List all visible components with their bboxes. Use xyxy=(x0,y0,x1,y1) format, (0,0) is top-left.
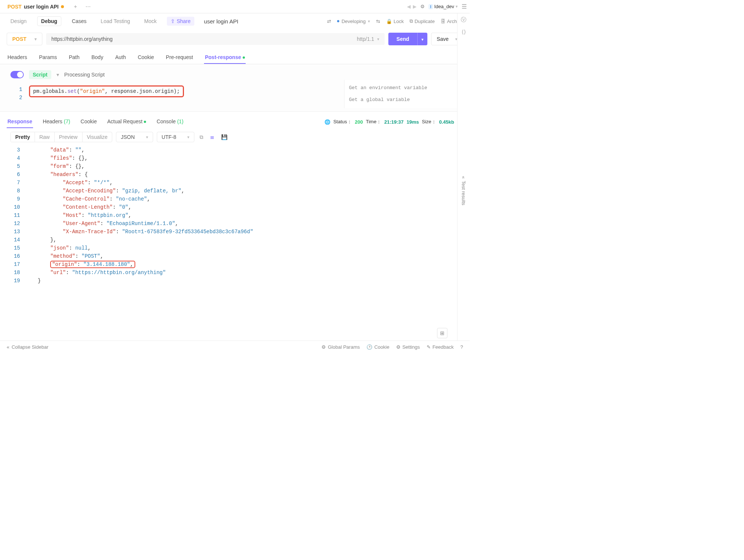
highlight-box: pm.globals.set("origin", response.json.o… xyxy=(29,85,184,97)
code-icon[interactable]: ⟨⟩ xyxy=(462,29,466,35)
url-input[interactable]: https://httpbin.org/anything http/1.1 ▾ xyxy=(46,33,385,45)
add-tab-button[interactable]: ＋ xyxy=(70,2,81,12)
sliders-icon: ⚙ xyxy=(321,344,326,350)
req-tab-body[interactable]: Body xyxy=(91,51,104,64)
gear-icon: ⚙ xyxy=(396,344,401,350)
resp-tab-cookie[interactable]: Cookie xyxy=(80,115,98,128)
copy-icon[interactable]: ⧉ xyxy=(198,133,205,142)
design-tab[interactable]: Design xyxy=(7,17,30,26)
filter-icon[interactable]: ⇄ xyxy=(327,19,331,24)
globe-icon: 🌐 xyxy=(324,119,330,125)
chevron-left-icon: « xyxy=(461,176,466,179)
view-pretty[interactable]: Pretty xyxy=(11,132,35,142)
duplicate-button[interactable]: ⧉Duplicate xyxy=(410,18,434,24)
environment-selector[interactable]: I Idea_dev ▾ xyxy=(428,4,458,9)
req-tab-prerequest[interactable]: Pre-request xyxy=(165,51,194,64)
status-selector[interactable]: Developing ▾ xyxy=(337,19,370,24)
feedback-icon: ✎ xyxy=(427,344,431,350)
json-response-body[interactable]: "data": "", "files": {}, "form": {}, "he… xyxy=(25,146,470,268)
env-letter-badge: I xyxy=(428,4,433,9)
tab-item[interactable]: POST user login API xyxy=(3,1,68,12)
view-preview[interactable]: Preview xyxy=(54,132,82,142)
global-params-button[interactable]: ⚙Global Params xyxy=(321,344,360,350)
cookie-button[interactable]: 🕑Cookie xyxy=(366,344,389,350)
req-tab-cookie[interactable]: Cookie xyxy=(137,51,155,64)
active-dot-icon xyxy=(144,121,146,123)
load-testing-tab[interactable]: Load Testing xyxy=(97,17,134,26)
script-editor[interactable]: pm.globals.set("origin", response.json.o… xyxy=(29,84,459,105)
response-size: 0.45kb xyxy=(439,119,454,125)
snippet-panel: Get an environment variable Get a global… xyxy=(344,80,463,108)
chevron-down-icon[interactable]: ▾ xyxy=(56,72,59,78)
status-dot-icon xyxy=(337,20,339,22)
api-name: user login API xyxy=(204,18,239,25)
active-dot-icon xyxy=(243,56,245,59)
chevron-down-icon: ▾ xyxy=(456,4,458,9)
req-tab-headers[interactable]: Headers xyxy=(7,51,28,64)
view-visualize[interactable]: Visualize xyxy=(82,132,112,142)
swap-icon[interactable]: ⇆ xyxy=(376,19,380,24)
resp-tab-actual[interactable]: Actual Request xyxy=(106,115,147,128)
chevron-down-icon: ▾ xyxy=(35,37,37,42)
share-button[interactable]: ⇪ Share xyxy=(167,17,194,26)
help-icon[interactable]: ? xyxy=(460,344,463,350)
chevron-down-icon: ▾ xyxy=(421,37,424,42)
gear-icon[interactable]: ⚙ xyxy=(420,4,425,9)
script-gutter: 1 2 xyxy=(10,84,29,105)
req-tab-postresponse[interactable]: Post-response xyxy=(204,51,245,64)
script-label: Processing Script xyxy=(64,72,105,78)
send-button[interactable]: Send xyxy=(388,33,417,45)
archive-icon: 🗄 xyxy=(441,19,446,24)
tab-method: POST xyxy=(7,4,22,10)
lock-button[interactable]: 🔒Lock xyxy=(386,19,404,24)
env-name: Idea_dev xyxy=(434,4,455,9)
nav-back-icon[interactable]: ◀ xyxy=(407,4,411,9)
method-selector[interactable]: POST ▾ xyxy=(7,33,42,45)
wrap-icon[interactable]: ≣ xyxy=(208,133,216,141)
lock-icon: 🔒 xyxy=(386,19,392,24)
view-mode-tabs: Pretty Raw Preview Visualize xyxy=(10,132,112,142)
chevron-down-icon: ▾ xyxy=(368,19,370,24)
layout-toggle-icon[interactable]: ⊞ xyxy=(437,328,447,338)
save-response-icon[interactable]: 💾 xyxy=(220,133,229,141)
menu-icon[interactable]: ☰ xyxy=(462,3,467,10)
snippet-item[interactable]: Get an environment variable xyxy=(349,82,459,94)
script-type-badge[interactable]: Script xyxy=(29,70,51,79)
encoding-selector[interactable]: UTF-8 ▾ xyxy=(157,132,195,142)
snippet-item[interactable]: Get a global variable xyxy=(349,94,459,106)
req-tab-auth[interactable]: Auth xyxy=(114,51,127,64)
feedback-button[interactable]: ✎Feedback xyxy=(427,344,454,350)
clock-icon: 🕑 xyxy=(366,344,372,350)
chevron-down-icon: ▾ xyxy=(146,135,148,140)
script-toggle[interactable] xyxy=(10,71,24,78)
debug-tab[interactable]: Debug xyxy=(37,16,62,26)
response-time: 21:19:37 xyxy=(384,119,404,125)
req-tab-path[interactable]: Path xyxy=(68,51,80,64)
resp-tab-response[interactable]: Response xyxy=(7,115,33,128)
settings-button[interactable]: ⚙Settings xyxy=(396,344,420,350)
copy-icon: ⧉ xyxy=(410,18,413,24)
share-icon: ⇪ xyxy=(171,18,175,24)
send-more-button[interactable]: ▾ xyxy=(417,33,427,45)
view-raw[interactable]: Raw xyxy=(35,132,54,142)
http-version-selector[interactable]: http/1.1 ▾ xyxy=(357,36,379,42)
unsaved-dot-icon xyxy=(61,5,64,8)
chevron-left-icon: « xyxy=(7,344,9,350)
format-selector[interactable]: JSON ▾ xyxy=(116,132,153,142)
cases-tab[interactable]: Cases xyxy=(68,17,90,26)
response-elapsed: 19ms xyxy=(407,119,419,125)
mock-tab[interactable]: Mock xyxy=(140,17,160,26)
variables-icon[interactable]: ⓥ xyxy=(461,16,466,23)
tab-overflow-button[interactable]: ⋯ xyxy=(83,2,94,11)
collapse-sidebar-button[interactable]: « Collapse Sidebar xyxy=(7,344,48,350)
nav-forward-icon[interactable]: ▶ xyxy=(413,4,417,9)
right-sidebar: ⓥ ⟨⟩ « Test results xyxy=(457,13,470,341)
resp-tab-headers[interactable]: Headers (7) xyxy=(42,115,71,128)
req-tab-params[interactable]: Params xyxy=(38,51,58,64)
response-meta: 🌐 Status： 200 Time： 21:19:37 19ms Size： … xyxy=(324,118,463,125)
json-gutter: 345678910111213141516171819 xyxy=(10,146,25,268)
chevron-down-icon: ▾ xyxy=(187,135,190,140)
test-results-panel-toggle[interactable]: « Test results xyxy=(461,176,466,205)
tab-title: user login API xyxy=(24,4,59,10)
resp-tab-console[interactable]: Console (1) xyxy=(156,115,184,128)
